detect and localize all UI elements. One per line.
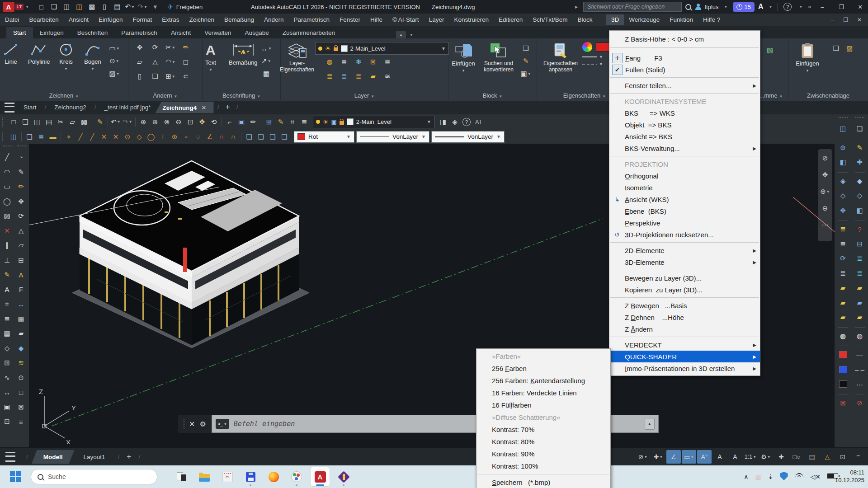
menu-item-kontrast-90[interactable]: Kontrast: 90% (476, 448, 610, 460)
osnap-off-icon[interactable]: ∩ (216, 131, 227, 142)
layer-thaw-icon[interactable]: ≣ (337, 71, 351, 82)
layer-thaw-icon[interactable]: ☀ (323, 118, 329, 126)
erase-icon[interactable]: ✏ (178, 42, 193, 53)
menu--ai-start[interactable]: © AI-Start (387, 14, 424, 25)
menu-item-kopieren-zu-layer-3d[interactable]: Kopieren zu Layer (3D)... (609, 284, 760, 296)
color-black-icon[interactable] (837, 378, 849, 390)
autocad-logo-icon[interactable]: A (3, 2, 14, 12)
app-stack-icon[interactable] (172, 467, 191, 486)
new-tab-button[interactable]: + (222, 103, 233, 112)
draworder-below-icon[interactable]: ❏ (278, 131, 290, 142)
layer-rotate-icon[interactable]: ⟳ (837, 253, 849, 264)
help-icon[interactable]: ? (782, 1, 793, 12)
annotation-scale-icon-icon[interactable]: A (728, 450, 742, 464)
line-icon[interactable]: ╱ (1, 151, 14, 163)
menu-funktion[interactable]: Funktion (665, 14, 698, 25)
file-tab-zeichnung2[interactable]: Zeichnung2 (50, 102, 91, 113)
menu-item-projektionen-ruecksetzen[interactable]: ↺3D-Projektionen rücksetzen... (609, 229, 760, 240)
user-caret-icon[interactable]: ▼ (724, 5, 728, 9)
panel-label-block[interactable]: Block▼ (448, 92, 537, 99)
sketch-pencil-icon[interactable]: ✎ (94, 117, 106, 127)
rectangle-icon[interactable]: ▭ (1, 181, 14, 192)
file-explorer-icon[interactable] (195, 467, 214, 486)
doc-close-button[interactable]: ✕ (853, 17, 866, 23)
dynamic-input-icon[interactable]: ▭▼ (682, 450, 696, 464)
viewport-icon[interactable]: ⊡ (1, 416, 14, 427)
box-3d-icon[interactable]: ◻ (178, 56, 193, 67)
draw-pencil-icon[interactable]: ✎ (15, 166, 28, 178)
defender-shield-icon[interactable] (780, 472, 788, 482)
volume-muted-icon[interactable]: ◁✕ (811, 473, 821, 480)
snap-extension-icon[interactable]: ⊕ (169, 131, 180, 142)
copy-icon[interactable]: ▱ (132, 56, 147, 67)
menu-item-speichern-bmp[interactable]: Speichern (*.bmp) (476, 476, 610, 488)
brush-icon[interactable]: ✏ (247, 117, 259, 127)
lineweight-combo[interactable]: VonLayer ▼ (431, 131, 505, 143)
pan-hand-icon[interactable]: ✥ (819, 169, 831, 180)
floppy-app-icon[interactable] (241, 467, 260, 486)
overflow-chevrons-icon[interactable]: » (808, 4, 811, 10)
layers-icon[interactable]: ≋ (15, 357, 28, 369)
toolbar-layer-combo[interactable]: ☀ ▣ 2-Main_Level ▼ (313, 116, 434, 128)
layer-help-icon[interactable]: ? (854, 223, 866, 235)
toolbar-grip[interactable] (855, 117, 864, 120)
menu-bearbeiten[interactable]: Bearbeiten (24, 14, 64, 25)
annotation-autoscale-icon[interactable]: A (712, 450, 727, 464)
zoom-in-icon[interactable]: ⊕ (149, 117, 161, 127)
layer-on-icon[interactable] (316, 120, 320, 124)
menu-item-farben-256-kanten[interactable]: 256 Farben: Kantendarstellung (476, 375, 610, 387)
menu-hilfe-[interactable]: Hilfe ? (698, 14, 725, 25)
menu-item-bks-zu-wks[interactable]: BKS => WKS (609, 107, 760, 119)
crop-image-icon[interactable]: ▧ (764, 45, 776, 56)
zoom-previous-icon[interactable]: ⟲ (208, 117, 220, 127)
restore-button[interactable]: ❐ (834, 0, 849, 13)
tab-modell[interactable]: Modell (32, 450, 75, 464)
doc-minimize-button[interactable]: – (826, 17, 839, 23)
snap-nearest-icon[interactable]: ∠ (204, 131, 216, 142)
eigenschaften-anpassen-button[interactable]: Eigenschaften anpassen (543, 42, 578, 73)
menu-item-kontrast-100[interactable]: Kontrast: 100% (476, 460, 610, 472)
taskbar-search-input[interactable]: Suche (31, 469, 157, 484)
menu-parametrisch[interactable]: Parametrisch (289, 14, 335, 25)
cube-3d-icon[interactable]: ◈ (449, 117, 461, 127)
bemassung-button[interactable]: Bemaßung (229, 42, 258, 66)
array-icon[interactable]: ⊞ (1, 357, 14, 369)
ucs-world-icon[interactable]: ⊕ (837, 142, 849, 154)
circle-icon[interactable]: ◯ (1, 196, 14, 207)
menu-zeichnen[interactable]: Zeichnen (184, 14, 219, 25)
file-tab-zeichnung4[interactable]: Zeichnung4✕ (155, 102, 213, 113)
toolbar-grip[interactable] (2, 132, 5, 141)
layer-x-icon[interactable]: ▰ (854, 297, 866, 309)
view-iso-sw-icon[interactable]: ◇ (854, 190, 866, 202)
taskbar-clock[interactable]: 08:11 10.12.2025 (835, 469, 864, 484)
toolbar-grip[interactable] (839, 117, 848, 120)
text-gold-icon[interactable]: A (15, 269, 28, 281)
mirror-icon[interactable]: △ (15, 225, 28, 237)
close-tab-icon[interactable]: ✕ (201, 104, 206, 111)
layer-freeze-icon[interactable]: ❄ (351, 56, 366, 67)
text-button[interactable]: A Text▼ (205, 42, 216, 72)
command-prompt-icon[interactable]: >_▼ (216, 419, 229, 429)
copy-clip-icon[interactable]: ❏ (830, 43, 842, 54)
diamond-icon[interactable]: ◇ (1, 343, 14, 354)
layer-clip-icon[interactable]: ⊟ (854, 238, 866, 250)
linetype-row[interactable]: ▼ (582, 62, 603, 66)
snap-perpendicular-icon[interactable]: ⊥ (157, 131, 169, 142)
block-create-icon[interactable]: ❏ (520, 43, 532, 54)
tray-app-ghost-icon[interactable]: ▦ (755, 473, 761, 480)
steering-wheel-icon[interactable]: ⊘ (819, 153, 831, 164)
autodesk-caret-icon[interactable]: ▼ (769, 5, 772, 9)
panel-label-aendern[interactable]: Ändern▼ (128, 92, 202, 99)
edit-pencil-icon[interactable]: ✏ (15, 181, 28, 192)
layers-panel-icon[interactable]: ≣ (298, 117, 310, 127)
panel-label-layer[interactable]: Layer▼ (281, 92, 448, 99)
boxes-gray-icon[interactable]: ❏ (854, 123, 866, 135)
snap-insertion-icon[interactable]: ▫ (180, 131, 192, 142)
close-button[interactable]: ✕ (853, 0, 868, 13)
copy-icon[interactable]: ▱ (15, 239, 28, 251)
clipboard-einfuegen-button[interactable]: Einfügen▼ (793, 42, 822, 73)
parallel-icon[interactable]: ∥ (1, 239, 14, 251)
offset-icon[interactable]: ❏ (147, 71, 163, 82)
table-icon[interactable]: ▦ (15, 313, 28, 325)
draworder-back-icon[interactable]: ❏ (255, 131, 267, 142)
